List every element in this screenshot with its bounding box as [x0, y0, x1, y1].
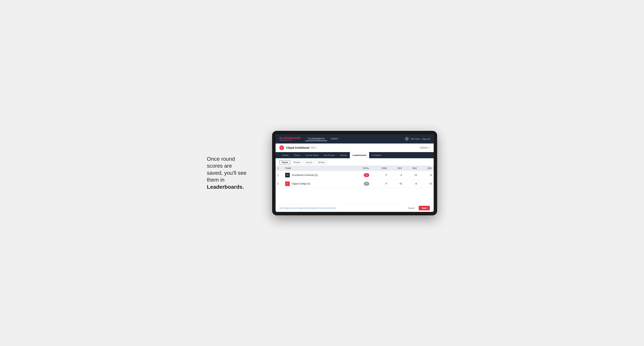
- nav-teams[interactable]: TEAMS: [328, 137, 340, 141]
- page-container: Once round scores are saved, you'll see …: [207, 131, 437, 215]
- sub-tabs: Teams Players Scores Strokes: [276, 158, 434, 166]
- rank-2: 2: [276, 179, 283, 188]
- team-1: SU Scoreboard University [A]: [283, 171, 351, 179]
- content-area: # TEAM TOTAL THRU RD1 RD2 RD3 1: [276, 166, 434, 204]
- subtab-strokes[interactable]: Strokes: [316, 160, 327, 164]
- tournament-cancel-button[interactable]: Cancel ✕: [420, 146, 430, 149]
- total-2: +3: [351, 179, 371, 188]
- nav-tournaments[interactable]: TOURNAMENTS: [305, 137, 327, 141]
- brand: SCOREBOARD Powered by clippd: [280, 137, 301, 141]
- nav-links: TOURNAMENTS TEAMS: [305, 137, 400, 141]
- tab-course-setup[interactable]: Course Setup: [303, 152, 321, 158]
- team-logo-2: C: [285, 181, 290, 186]
- brand-title: SCOREBOARD: [280, 137, 301, 140]
- col-thru: THRU: [371, 166, 389, 171]
- col-rd2: RD2: [404, 166, 419, 171]
- desc-line5: Leaderboards.: [207, 184, 244, 190]
- team-name-2: Clippd College [A]: [292, 182, 310, 185]
- tablet-device: SCOREBOARD Powered by clippd TOURNAMENTS…: [272, 131, 437, 215]
- cancel-x-icon: ✕: [428, 146, 430, 149]
- navbar: SCOREBOARD Powered by clippd TOURNAMENTS…: [276, 134, 434, 144]
- tab-details[interactable]: Details: [280, 152, 291, 158]
- rd3-2: +3: [419, 179, 434, 188]
- tab-tee-groups[interactable]: Tee Groups: [321, 152, 337, 158]
- tablet-screen: SCOREBOARD Powered by clippd TOURNAMENTS…: [276, 134, 434, 212]
- rd2-2: -8: [404, 179, 419, 188]
- col-rank: #: [276, 166, 283, 171]
- thru-2: F: [371, 179, 389, 188]
- desc-line4: them in: [207, 177, 224, 183]
- rd3-1: -6: [419, 171, 434, 179]
- subtab-scores[interactable]: Scores: [304, 160, 314, 164]
- avatar: S: [405, 137, 409, 141]
- rank-1: 1: [276, 171, 283, 179]
- table-row: 1 SU Scoreboard University [A] -5 F: [276, 171, 434, 179]
- tab-printables[interactable]: Printables: [369, 152, 384, 158]
- table-row: 2 C Clippd College [A] +3 F: [276, 179, 434, 188]
- user-label: Test User |: [410, 138, 420, 140]
- desc-line1: Once round: [207, 156, 235, 162]
- team-logo-1: SU: [285, 173, 290, 177]
- thru-1: F: [371, 171, 389, 179]
- tab-teams[interactable]: Teams: [291, 152, 303, 158]
- brand-sub: Powered by clippd: [280, 140, 301, 141]
- team-2: C Clippd College [A]: [283, 179, 351, 188]
- left-description: Once round scores are saved, you'll see …: [207, 156, 260, 190]
- total-1: -5: [351, 171, 371, 179]
- rd1-1: -4: [389, 171, 404, 179]
- score-badge-1: -5: [364, 173, 369, 177]
- subtab-players[interactable]: Players: [291, 160, 302, 164]
- subtab-teams[interactable]: Teams: [280, 160, 290, 164]
- desc-line3: saved, you'll see: [207, 170, 246, 176]
- url-bar: https://stage-blue-coach.stagescoreboard…: [280, 207, 404, 209]
- col-rd3: RD3: [419, 166, 434, 171]
- tournament-type: (Men): [310, 146, 316, 149]
- nav-right: S Test User | Sign out: [405, 137, 430, 141]
- leaderboard-table: # TEAM TOTAL THRU RD1 RD2 RD3 1: [276, 166, 434, 188]
- team-name-1: Scoreboard University [A]: [292, 174, 318, 176]
- tab-results[interactable]: Results: [337, 152, 350, 158]
- save-button[interactable]: Save: [419, 206, 430, 210]
- tab-leaderboards[interactable]: Leaderboards: [350, 152, 369, 158]
- col-team: TEAM: [283, 166, 351, 171]
- desc-line2: scores are: [207, 163, 232, 169]
- tournament-name: Clippd Invitational: [286, 146, 309, 149]
- cancel-button[interactable]: Cancel: [406, 206, 417, 210]
- footer-bar: https://stage-blue-coach.stagescoreboard…: [276, 204, 434, 212]
- rd2-1: +5: [404, 171, 419, 179]
- table-header-row: # TEAM TOTAL THRU RD1 RD2 RD3: [276, 166, 434, 171]
- col-total: TOTAL: [351, 166, 371, 171]
- rd1-2: +8: [389, 179, 404, 188]
- tournament-icon: C: [280, 145, 284, 150]
- score-badge-2: +3: [364, 182, 369, 186]
- tournament-header: C Clippd Invitational (Men) Cancel ✕: [276, 144, 434, 152]
- col-rd1: RD1: [389, 166, 404, 171]
- tabs-bar: Details Teams Course Setup Tee Groups Re…: [276, 152, 434, 158]
- sign-out-link[interactable]: Sign out: [422, 138, 430, 140]
